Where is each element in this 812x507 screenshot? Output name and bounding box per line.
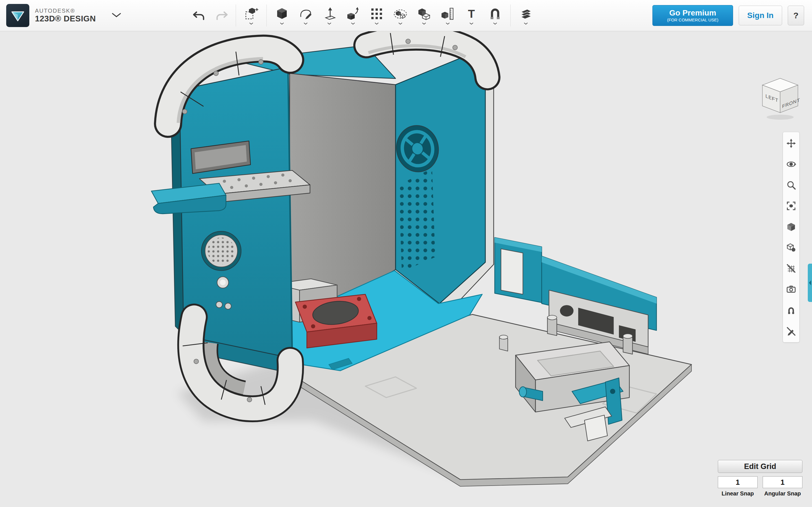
chevron-down-icon [493, 22, 497, 25]
measure-tool-button[interactable] [436, 1, 460, 30]
autodesk-123d-logo [6, 4, 29, 27]
orbit-button[interactable] [785, 158, 797, 170]
tool-strip: T [188, 1, 538, 30]
grouping-icon [393, 6, 408, 21]
model-fan-mount-red [296, 294, 377, 348]
grid-off-icon [786, 263, 796, 274]
material-tool-button[interactable] [514, 1, 538, 30]
chevron-down-icon [523, 22, 528, 25]
edit-grid-button[interactable]: Edit Grid [718, 460, 802, 473]
printer-model[interactable] [151, 33, 692, 486]
primitives-tool-button[interactable] [270, 1, 294, 30]
construct-tool-button[interactable] [317, 1, 341, 30]
logo-triangle-icon [9, 7, 26, 24]
sketch-icon [298, 6, 313, 21]
viewport[interactable]: LEFT FRONT [0, 31, 812, 507]
linear-snap-input[interactable] [718, 476, 758, 488]
pan-button[interactable] [785, 137, 797, 150]
pattern-icon [369, 6, 384, 21]
material-icon [518, 6, 534, 21]
chevron-down-icon [303, 22, 308, 25]
go-premium-label: Go Premium [669, 8, 716, 17]
angular-snap-label: Angular Snap [763, 490, 802, 497]
measure-icon [440, 6, 455, 21]
snap-magnet-icon [488, 6, 503, 21]
shading-cube-icon [786, 222, 796, 232]
navigation-toolbar [783, 132, 800, 342]
chevron-down-icon [327, 22, 332, 25]
grid-visibility-button[interactable] [785, 262, 797, 275]
materials-icon [786, 242, 796, 252]
modify-icon [345, 6, 361, 21]
chevron-down-icon [249, 22, 253, 25]
viewport-canvas[interactable] [0, 31, 812, 507]
chevron-down-icon [112, 13, 121, 18]
snap-inputs-row [718, 476, 802, 488]
undo-button[interactable] [188, 3, 210, 29]
chevron-down-icon [469, 22, 474, 25]
brand-product: 123D® DESIGN [35, 14, 96, 23]
chevron-down-icon [351, 22, 355, 25]
svg-text:T: T [468, 8, 475, 20]
text-icon: T [464, 6, 479, 21]
construct-icon [322, 6, 337, 21]
app-window: AUTODESK® 123D® DESIGN [0, 0, 812, 507]
zoom-button[interactable] [785, 179, 797, 191]
shading-button[interactable] [785, 221, 797, 233]
toolbar-separator [266, 4, 267, 26]
pattern-tool-button[interactable] [365, 1, 389, 30]
undo-icon [192, 10, 207, 21]
brand-block: AUTODESK® 123D® DESIGN [0, 4, 123, 27]
modify-tool-button[interactable] [341, 1, 365, 30]
materials-button[interactable] [785, 241, 797, 254]
chevron-down-icon [422, 22, 426, 25]
transform-icon [244, 6, 259, 21]
snap-toggle-button[interactable] [785, 304, 797, 316]
pencil-off-icon [786, 326, 796, 336]
toolbar-separator [510, 4, 511, 26]
orbit-icon [786, 159, 796, 169]
view-cube[interactable]: LEFT FRONT [756, 73, 804, 123]
primitives-icon [274, 6, 290, 21]
snap-labels-row: Linear Snap Angular Snap [718, 490, 802, 497]
magnet-icon [786, 305, 796, 315]
go-premium-sublabel: (FOR COMMERCIAL USE) [667, 17, 718, 22]
sign-in-button[interactable]: Sign In [739, 6, 782, 25]
help-button[interactable]: ? [788, 6, 804, 25]
hide-sketches-button[interactable] [785, 325, 797, 337]
fit-view-icon [786, 201, 796, 211]
main-menu-button[interactable] [109, 10, 123, 21]
brand-text: AUTODESK® 123D® DESIGN [35, 8, 96, 23]
pan-icon [786, 138, 796, 149]
snap-tool-button[interactable] [483, 1, 507, 30]
model-vent-holes [399, 168, 435, 272]
magnifier-icon [786, 180, 796, 190]
redo-icon [214, 10, 229, 21]
chevron-down-icon [280, 22, 284, 25]
toolbar-separator [236, 4, 236, 26]
combine-icon [416, 6, 432, 21]
linear-snap-label: Linear Snap [718, 490, 758, 497]
fit-view-button[interactable] [785, 200, 797, 212]
chevron-down-icon [446, 22, 450, 25]
camera-icon [786, 284, 796, 294]
go-premium-button[interactable]: Go Premium (FOR COMMERCIAL USE) [652, 5, 733, 26]
header-actions: Go Premium (FOR COMMERCIAL USE) Sign In … [652, 5, 812, 26]
chevron-down-icon [398, 22, 403, 25]
grid-settings-panel: Edit Grid Linear Snap Angular Snap [718, 460, 802, 497]
angular-snap-input[interactable] [763, 476, 802, 488]
top-toolbar: AUTODESK® 123D® DESIGN [0, 0, 812, 31]
parts-panel-tab[interactable] [808, 264, 812, 302]
redo-button[interactable] [210, 3, 232, 29]
grouping-tool-button[interactable] [389, 1, 412, 30]
chevron-down-icon [374, 22, 379, 25]
text-tool-button[interactable]: T [460, 1, 483, 30]
transform-tool-button[interactable] [239, 1, 263, 30]
combine-tool-button[interactable] [412, 1, 436, 30]
screenshot-button[interactable] [785, 283, 797, 295]
brand-vendor: AUTODESK® [35, 8, 96, 14]
sketch-tool-button[interactable] [294, 1, 317, 30]
